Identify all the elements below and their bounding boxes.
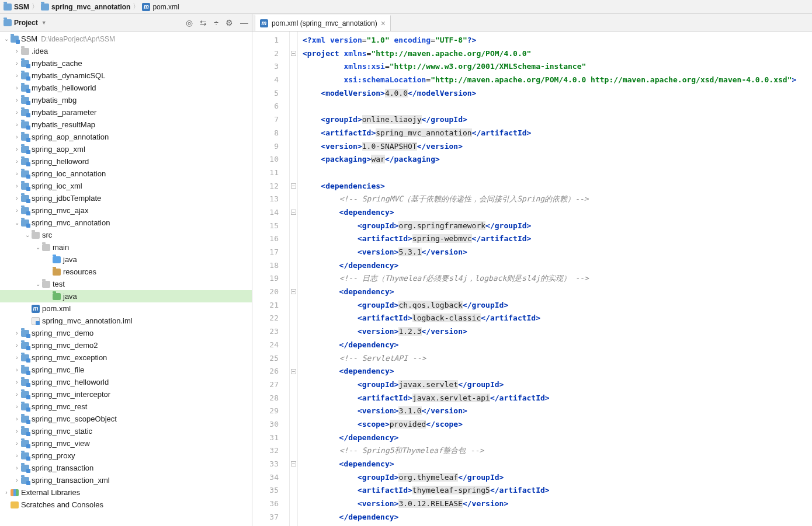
twisty-icon[interactable]: › (13, 134, 21, 140)
crumb-module[interactable]: spring_mvc_annotation (41, 3, 130, 11)
twisty-icon[interactable]: › (13, 207, 21, 214)
twisty-icon[interactable]: › (13, 183, 21, 189)
twisty-icon[interactable]: › (13, 379, 21, 385)
twisty-icon[interactable]: ⌄ (34, 244, 42, 250)
code-content[interactable]: <?xml version="1.0" encoding="UTF-8"?><p… (298, 32, 812, 526)
twisty-icon[interactable]: › (13, 330, 21, 336)
tree-item[interactable]: ›spring_mvc_interceptor (0, 388, 252, 400)
twisty-icon[interactable]: › (13, 109, 21, 116)
twisty-icon[interactable]: › (13, 428, 21, 434)
tree-item[interactable]: ›spring_mvc_exception (0, 351, 252, 364)
twisty-icon[interactable]: › (13, 195, 21, 201)
twisty-icon[interactable]: ⌄ (34, 281, 42, 287)
tree-item[interactable]: ›spring_mvc_rest (0, 400, 252, 413)
tree-item[interactable]: ›spring_aop_xml (0, 143, 252, 155)
tree-item[interactable]: ⌄spring_mvc_annotation (0, 217, 252, 229)
tree-item[interactable]: ⌄main (0, 241, 252, 253)
tree-item[interactable]: ›spring_mvc_view (0, 437, 252, 450)
tree-item[interactable]: ›spring_proxy (0, 450, 252, 462)
twisty-icon[interactable]: › (13, 48, 21, 54)
twisty-icon[interactable]: › (13, 403, 21, 410)
code-editor[interactable]: 1234567891011121314151617181920212223242… (252, 32, 812, 526)
tree-item[interactable]: ›External Libraries (0, 486, 252, 499)
tree-item[interactable]: ›mybatis_dynamicSQL (0, 69, 252, 82)
tree-item[interactable]: ⌄SSMD:\ideaPorject\Apr\SSM (0, 33, 252, 45)
tree-item[interactable]: ›spring_helloword (0, 155, 252, 168)
fold-column[interactable]: −−−−−− (290, 32, 298, 526)
tree-item[interactable]: Scratches and Consoles (0, 499, 252, 511)
twisty-icon[interactable]: › (13, 367, 21, 373)
tree-item[interactable]: spring_mvc_annotation.iml (0, 315, 252, 327)
tree-item[interactable]: ›mybatis_mbg (0, 94, 252, 106)
tree-item[interactable]: ›spring_mvc_demo2 (0, 339, 252, 351)
tree-item[interactable]: ›mybatis_resultMap (0, 119, 252, 131)
tree-item[interactable]: ›spring_mvc_helloworld (0, 376, 252, 388)
twisty-icon[interactable]: › (13, 354, 21, 361)
chevron-down-icon[interactable]: ▼ (41, 20, 47, 26)
locate-icon[interactable]: ◎ (186, 18, 193, 27)
tree-item[interactable]: ›spring_transaction_xml (0, 474, 252, 486)
tree-item[interactable]: ›spring_jdbcTemplate (0, 192, 252, 204)
twisty-icon[interactable]: › (13, 97, 21, 103)
twisty-icon[interactable]: › (13, 72, 21, 79)
fold-toggle[interactable]: − (291, 369, 296, 374)
crumb-root[interactable]: SSM (4, 3, 29, 11)
tree-item[interactable]: ›spring_ioc_annotation (0, 168, 252, 180)
fold-toggle[interactable]: − (291, 51, 296, 56)
tree-item[interactable]: ⌄test (0, 278, 252, 290)
tree-item[interactable]: ›spring_mvc_static (0, 425, 252, 437)
line-number: 2 (252, 47, 279, 61)
fold-toggle[interactable]: − (291, 210, 296, 215)
tree-item[interactable]: ›spring_mvc_scopeObject (0, 413, 252, 425)
chevron-right-icon: 〉 (32, 2, 39, 12)
twisty-icon[interactable]: › (13, 158, 21, 165)
tree-item[interactable]: ›mybatis_cache (0, 57, 252, 69)
gear-icon[interactable]: ⚙ (225, 18, 233, 27)
tree-item[interactable]: ›spring_aop_annotation (0, 131, 252, 143)
editor-tab[interactable]: m pom.xml (spring_mvc_annotation) × (255, 15, 391, 31)
tree-item[interactable]: java (0, 290, 252, 302)
tree-item[interactable]: ›spring_mvc_ajax (0, 204, 252, 217)
twisty-icon[interactable]: › (13, 121, 21, 128)
crumb-file[interactable]: mpom.xml (142, 3, 179, 11)
project-title[interactable]: Project (14, 19, 38, 27)
tree-item[interactable]: ›spring_transaction (0, 462, 252, 474)
tree-item[interactable]: mpom.xml (0, 302, 252, 315)
hide-icon[interactable]: — (240, 18, 248, 27)
twisty-icon[interactable]: › (13, 440, 21, 447)
twisty-icon[interactable]: › (13, 416, 21, 422)
fold-toggle[interactable]: − (291, 289, 296, 294)
twisty-icon[interactable]: › (13, 452, 21, 459)
tree-item[interactable]: ›spring_mvc_file (0, 364, 252, 376)
twisty-icon[interactable]: › (13, 477, 21, 483)
fold-toggle[interactable]: − (291, 183, 296, 189)
collapse-icon[interactable]: ÷ (214, 18, 218, 27)
twisty-icon[interactable]: ⌄ (13, 220, 21, 226)
mod-icon (21, 158, 29, 165)
twisty-icon[interactable]: › (2, 489, 11, 496)
twisty-icon[interactable]: › (13, 465, 21, 471)
twisty-icon[interactable]: › (13, 342, 21, 349)
expand-icon[interactable]: ⇆ (200, 18, 207, 27)
tree-label: spring_mvc_annotation (32, 218, 110, 227)
close-icon[interactable]: × (381, 19, 386, 27)
twisty-icon[interactable]: › (13, 85, 21, 91)
project-tree[interactable]: ⌄SSMD:\ideaPorject\Apr\SSM›.idea›mybatis… (0, 32, 252, 526)
tree-item[interactable]: ›spring_ioc_xml (0, 180, 252, 192)
twisty-icon[interactable]: › (13, 170, 21, 177)
tree-item[interactable]: ⌄src (0, 229, 252, 241)
tree-label: java (63, 255, 77, 264)
tree-item[interactable]: resources (0, 266, 252, 278)
twisty-icon[interactable]: ⌄ (2, 36, 11, 42)
fold-toggle[interactable]: − (291, 461, 296, 466)
tree-item[interactable]: ›spring_mvc_demo (0, 327, 252, 339)
twisty-icon[interactable]: › (13, 391, 21, 398)
twisty-icon[interactable]: ⌄ (23, 232, 32, 238)
tree-item[interactable]: ›mybatis_parameter (0, 106, 252, 119)
twisty-icon[interactable]: › (13, 60, 21, 67)
tree-item[interactable]: ›mybatis_helloworld (0, 82, 252, 94)
tree-item[interactable]: ›.idea (0, 45, 252, 57)
tree-item[interactable]: java (0, 253, 252, 266)
twisty-icon[interactable]: › (13, 146, 21, 152)
dir-icon (21, 48, 29, 55)
